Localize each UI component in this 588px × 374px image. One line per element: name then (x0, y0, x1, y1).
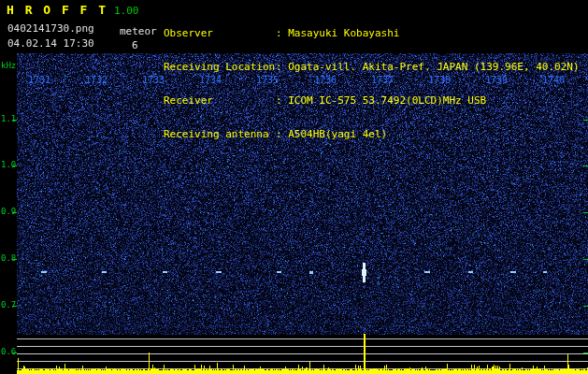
info-colon: : (276, 94, 288, 107)
app-version: 1.00 (114, 6, 139, 16)
observation-datetime: 04.02.14 17:30 (7, 38, 94, 49)
info-label: Receiver (164, 95, 276, 107)
freq-label: 0.6 (1, 348, 16, 356)
hrofft-window: H R O F F T 1.00 0402141730.png meteor 0… (0, 0, 588, 374)
freq-unit-label: kHz (1, 62, 16, 70)
freq-label: 1.1 (1, 115, 16, 123)
info-colon: : (276, 61, 288, 73)
app-title: H R O F F T (7, 4, 108, 16)
time-label: 1738 (428, 76, 451, 85)
time-label: 1734 (199, 76, 222, 85)
freq-label: 1.0 (1, 161, 16, 169)
time-label: 1736 (314, 76, 337, 85)
mode-label: meteor (120, 26, 157, 36)
time-label: 1735 (256, 76, 279, 85)
info-row-observer: Observer: Masayuki Kobayashi (164, 28, 580, 39)
time-label: 1740 (542, 76, 565, 85)
freq-label: 0.9 (1, 208, 16, 216)
info-value: Ogata-vill. Akita-Pref. JAPAN (139.96E, … (288, 61, 579, 73)
time-label: 1733 (142, 76, 165, 85)
time-label: 1737 (371, 76, 394, 85)
freq-label: 0.7 (1, 301, 16, 309)
info-colon: : (276, 27, 288, 39)
info-colon: : (276, 128, 288, 140)
info-row-location: Receiving Location: Ogata-vill. Akita-Pr… (164, 62, 580, 73)
info-label: Receiving antenna (164, 129, 276, 140)
output-filename: 0402141730.png (7, 23, 94, 34)
info-row-receiver: Receiver: ICOM IC-575 53.7492(0LCD)MHz U… (164, 95, 580, 107)
info-value: ICOM IC-575 53.7492(0LCD)MHz USB (288, 94, 486, 107)
time-label: 1739 (485, 76, 508, 85)
info-value: A504HB(yagi 4el) (288, 128, 387, 140)
time-label: 1731 (28, 76, 50, 85)
info-row-antenna: Receiving antenna: A504HB(yagi 4el) (164, 129, 580, 140)
freq-label: 0.8 (1, 254, 16, 263)
info-label: Receiving Location (164, 62, 276, 73)
meteor-count: 6 (132, 40, 138, 50)
time-label: 1732 (85, 76, 108, 85)
info-label: Observer (164, 28, 276, 39)
info-value: Masayuki Kobayashi (288, 27, 399, 39)
